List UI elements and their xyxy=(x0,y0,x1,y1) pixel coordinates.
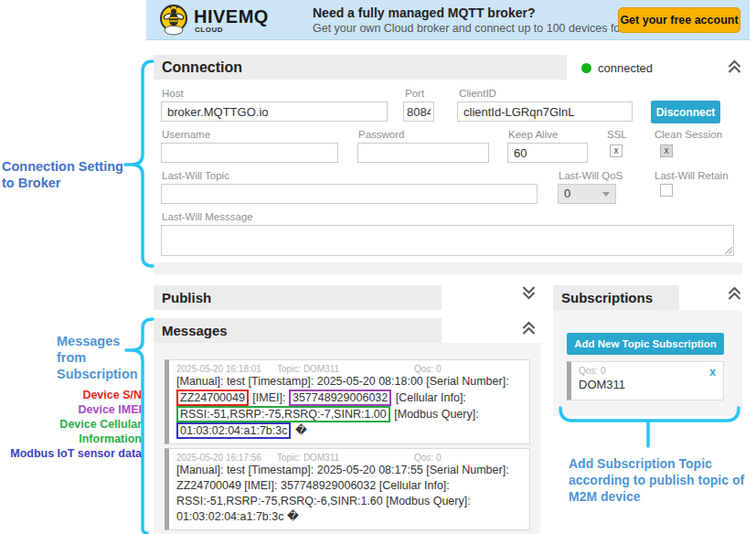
message-line: 01:03:02:04:a1:7b:3c � xyxy=(176,509,522,525)
subscriptions-header-bar: Subscriptions xyxy=(553,285,679,310)
message-qos: Qos: 0 xyxy=(414,364,441,374)
ssl-label: SSL xyxy=(607,129,627,140)
messages-collapse-chevron-icon[interactable] xyxy=(521,321,538,336)
imei-highlight: 357748929006032 xyxy=(289,390,391,406)
annotation-line: Add Subscription Topic xyxy=(569,455,751,472)
lastwill-qos-select[interactable]: 0 xyxy=(558,184,616,204)
message-text: [Manual]: test [Timestamp]: 2025-05-20 0… xyxy=(176,464,509,476)
keepalive-input[interactable] xyxy=(507,143,588,163)
annotation-line: Messages xyxy=(57,333,166,349)
publish-title: Publish xyxy=(154,285,442,310)
device-cellular-label: Device Cellular Information xyxy=(0,417,142,446)
messages-annotation: Messages from Subscription xyxy=(57,333,166,382)
remove-subscription-icon[interactable]: x xyxy=(709,366,716,379)
annotation-line: Connection Setting xyxy=(2,158,137,175)
connection-status: connected xyxy=(576,55,742,82)
modbus-sensor-label: Modbus IoT sensor data xyxy=(0,446,142,461)
annotation-line: according to publish topic of xyxy=(569,472,751,488)
lastwill-topic-label: Last-Will Topic xyxy=(162,170,229,181)
device-sn-label: Device S/N xyxy=(0,388,142,402)
connected-status-label: connected xyxy=(598,61,653,75)
publish-header-bar: Publish xyxy=(154,285,442,310)
message-line: 01:03:02:04:a1:7b:3c � xyxy=(176,422,522,439)
connection-header-bar: Connection xyxy=(154,55,567,80)
brand-name: HIVEMQ xyxy=(194,6,269,27)
message-line: RSSI:-51,RSRP:-75,RSRQ:-7,SINR:1.00 [Mod… xyxy=(176,406,522,422)
message-text: RSSI:-51,RSRP:-75,RSRQ:-6,SINR:1.60 [Mod… xyxy=(176,495,471,507)
lastwill-topic-input[interactable] xyxy=(161,184,538,204)
clean-session-checkbox[interactable]: x xyxy=(660,144,673,157)
subscription-item: Qos: 0 DOM311 x xyxy=(567,361,724,400)
publish-expand-chevron-icon[interactable] xyxy=(521,286,538,301)
mqtt-websocket-client-page: HIVEMQ CLOUD Need a fully managed MQTT b… xyxy=(0,0,756,534)
message-timestamp: 2025-05-20 16:18:01 xyxy=(176,364,277,374)
dropdown-arrow-icon xyxy=(602,192,610,197)
add-new-topic-subscription-button[interactable]: Add New Topic Subscription xyxy=(567,333,724,355)
message-meta: 2025-05-20 16:17:56 Topic: DOM311 Qos: 0 xyxy=(176,453,522,463)
serial-number-highlight: ZZ24700049 xyxy=(176,390,249,406)
connection-annotation: Connection Setting to Broker xyxy=(2,158,137,191)
annotation-line: M2M device xyxy=(569,488,751,505)
message-line: ZZ24700049 [IMEI]: 357748929006032 [Cell… xyxy=(176,478,522,494)
connected-status-dot xyxy=(581,63,591,73)
message-card: 2025-05-20 16:17:56 Topic: DOM311 Qos: 0… xyxy=(165,448,530,530)
hivemq-banner: HIVEMQ CLOUD Need a fully managed MQTT b… xyxy=(146,0,750,40)
message-text: � xyxy=(292,424,306,437)
lastwill-qos-value: 0 xyxy=(564,187,570,200)
connection-title: Connection xyxy=(154,55,567,80)
message-line: ZZ24700049 [IMEI]: 357748929006032 [Cell… xyxy=(176,390,522,406)
connection-collapse-chevron-icon[interactable] xyxy=(727,59,743,74)
clientid-input[interactable] xyxy=(457,101,633,122)
ssl-checkbox[interactable]: x xyxy=(610,144,623,157)
message-text: 01:03:02:04:a1:7b:3c � xyxy=(176,510,299,523)
messages-title: Messages xyxy=(154,318,442,343)
message-topic: Topic: DOM311 xyxy=(277,364,414,374)
message-line: RSSI:-51,RSRP:-75,RSRQ:-6,SINR:1.60 [Mod… xyxy=(176,494,522,509)
message-line: [Manual]: test [Timestamp]: 2025-05-20 0… xyxy=(176,374,522,390)
lastwill-retain-checkbox[interactable] xyxy=(660,184,673,197)
message-card: 2025-05-20 16:18:01 Topic: DOM311 Qos: 0… xyxy=(165,359,530,444)
clean-session-label: Clean Session xyxy=(655,129,722,140)
lastwill-retain-label: Last-Will Retain xyxy=(655,170,729,181)
message-timestamp: 2025-05-20 16:17:56 xyxy=(176,453,277,463)
message-text: ZZ24700049 [IMEI]: 357748929006032 [Cell… xyxy=(176,479,450,492)
keepalive-label: Keep Alive xyxy=(508,129,558,140)
brand-cloud-label: CLOUD xyxy=(195,26,223,34)
cellular-info-highlight: RSSI:-51,RSRP:-75,RSRQ:-7,SINR:1.00 xyxy=(176,406,390,422)
device-field-legend: Device S/N Device IMEI Device Cellular I… xyxy=(0,388,142,461)
modbus-data-highlight: 01:03:02:04:a1:7b:3c xyxy=(176,422,291,439)
banner-headline: Need a fully managed MQTT broker? xyxy=(313,5,536,20)
port-label: Port xyxy=(405,88,424,99)
username-input[interactable] xyxy=(161,143,338,163)
hivemq-bee-logo-icon xyxy=(157,4,190,41)
subscription-annotation: Add Subscription Topic according to publ… xyxy=(569,455,751,505)
disconnect-button[interactable]: Disconnect xyxy=(651,101,720,123)
message-text: [Modbus Query]: xyxy=(391,408,479,421)
lastwill-message-label: Last-Will Messsage xyxy=(162,211,253,222)
banner-subtitle: Get your own Cloud broker and connect up… xyxy=(313,22,650,35)
message-qos: Qos: 0 xyxy=(414,453,441,463)
message-topic: Topic: DOM311 xyxy=(277,453,414,463)
lastwill-message-textarea[interactable] xyxy=(161,225,734,256)
password-input[interactable] xyxy=(357,143,489,163)
get-free-account-button[interactable]: Get your free account xyxy=(618,7,740,33)
message-text: [Cellular Info]: xyxy=(392,391,466,404)
host-input[interactable] xyxy=(161,101,388,122)
clientid-label: ClientID xyxy=(459,88,496,99)
message-meta: 2025-05-20 16:18:01 Topic: DOM311 Qos: 0 xyxy=(176,364,522,374)
port-input[interactable] xyxy=(403,101,434,122)
subscriptions-title: Subscriptions xyxy=(553,285,679,310)
message-text: [IMEI]: xyxy=(250,391,289,404)
message-text: [Manual]: test [Timestamp]: 2025-05-20 0… xyxy=(176,375,509,388)
messages-header-bar: Messages xyxy=(154,318,442,343)
annotation-line: from xyxy=(57,349,166,366)
host-label: Host xyxy=(162,88,184,99)
connection-footer-strip xyxy=(154,262,742,274)
subscription-topic: DOM311 xyxy=(579,378,716,391)
annotation-line: to Broker xyxy=(2,175,137,191)
annotation-line: Subscription xyxy=(57,366,166,382)
device-imei-label: Device IMEI xyxy=(0,402,142,417)
subscriptions-collapse-chevron-icon[interactable] xyxy=(727,286,743,301)
lastwill-qos-label: Last-Will QoS xyxy=(559,170,623,181)
message-line: [Manual]: test [Timestamp]: 2025-05-20 0… xyxy=(176,463,522,478)
